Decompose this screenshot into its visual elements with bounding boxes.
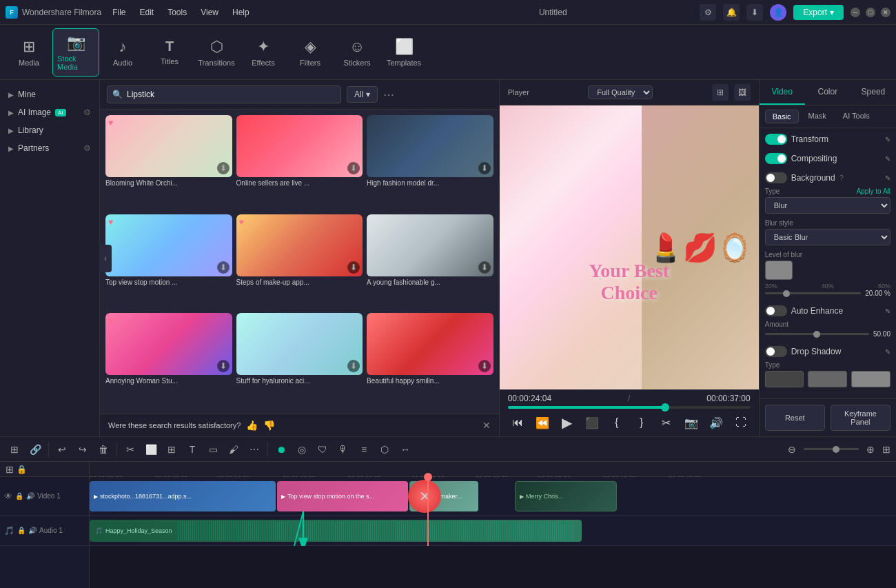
tl-shield-button[interactable]: 🛡 — [314, 440, 332, 458]
media-item-3[interactable]: ⬇ High fashion model dr... — [367, 115, 493, 194]
drop-shadow-toggle[interactable] — [765, 346, 787, 357]
fullscreen-icon[interactable]: ⊞ — [712, 84, 729, 101]
download-icon-8[interactable]: ⬇ — [347, 360, 360, 372]
system-icon-1[interactable]: ⚙ — [700, 4, 716, 21]
system-icon-3[interactable]: ⬇ — [746, 4, 763, 21]
tl-rect-button[interactable]: ▭ — [204, 440, 222, 458]
media-item-2[interactable]: ⬇ Online sellers are live ... — [236, 115, 363, 194]
menu-file[interactable]: File — [112, 8, 125, 17]
background-help-icon[interactable]: ? — [839, 174, 844, 182]
user-avatar[interactable]: 👤 — [770, 4, 786, 21]
shadow-color-3[interactable] — [851, 371, 890, 387]
subtab-basic[interactable]: Basic — [765, 110, 799, 123]
media-item-1[interactable]: ♥ ⬇ Blooming White Orchi... — [105, 115, 232, 194]
tl-text-button[interactable]: T — [183, 440, 201, 458]
toolbar-effects[interactable]: ✦ Effects — [240, 28, 287, 77]
media-item-6[interactable]: ⬇ A young fashionable g... — [367, 214, 493, 294]
lock-icon[interactable]: 🔒 — [17, 465, 27, 474]
tl-zoom-in-button[interactable]: ⊕ — [862, 440, 879, 458]
tab-video[interactable]: Video — [760, 80, 805, 105]
download-icon-4[interactable]: ⬇ — [217, 261, 230, 274]
stop-button[interactable]: ⬛ — [582, 413, 602, 432]
media-item-4[interactable]: ♥ ⬇ Top view stop motion ... — [105, 214, 232, 294]
download-icon-3[interactable]: ⬇ — [478, 162, 491, 174]
download-icon-7[interactable]: ⬇ — [217, 360, 230, 372]
transform-toggle[interactable] — [765, 134, 787, 145]
more-options-button[interactable]: ⋯ — [383, 88, 394, 101]
media-item-7[interactable]: ♥ ⬇ Annoying Woman Stu... — [105, 313, 232, 392]
video-track-audio-icon[interactable]: 🔊 — [26, 492, 34, 500]
subtab-mask[interactable]: Mask — [802, 110, 833, 123]
progress-bar[interactable] — [508, 406, 751, 409]
download-icon-5[interactable]: ⬇ — [347, 261, 360, 274]
video-track-lock-icon[interactable]: 🔒 — [15, 492, 23, 500]
tl-zoom-slider[interactable] — [804, 448, 859, 450]
tl-record-button[interactable]: ⏺ — [272, 440, 290, 458]
tl-grid-button[interactable]: ⊞ — [882, 444, 890, 455]
filter-button[interactable]: All ▾ — [347, 86, 378, 103]
menu-view[interactable]: View — [201, 8, 218, 17]
download-icon-1[interactable]: ⬇ — [217, 162, 230, 174]
video-track-eye-icon[interactable]: 👁 — [4, 491, 12, 501]
blur-style-select[interactable]: Basic Blur — [765, 229, 890, 245]
drop-shadow-edit-icon[interactable]: ✎ — [885, 348, 890, 356]
merry-christmas-clip[interactable]: ▶ Merry Chris... — [515, 481, 617, 511]
tl-more-button-1[interactable]: ⊞ — [163, 440, 181, 458]
subtab-ai-tools[interactable]: AI Tools — [836, 110, 877, 123]
satisfaction-close-button[interactable]: ✕ — [482, 420, 491, 431]
playhead[interactable] — [427, 477, 429, 546]
go-to-start-button[interactable]: ⏮ — [508, 413, 527, 432]
toolbar-stock-media[interactable]: 📷 Stock Media — [52, 28, 99, 77]
audio-track-lock-icon[interactable]: 🔒 — [17, 527, 26, 534]
toolbar-media[interactable]: ⊞ Media — [6, 28, 52, 77]
tl-mic-button[interactable]: 🎙 — [334, 440, 352, 458]
audio-track-volume-icon[interactable]: 🔊 — [28, 527, 37, 534]
tl-split-button[interactable]: ⊞ — [6, 440, 23, 458]
tl-redo-button[interactable]: ↪ — [74, 440, 92, 458]
sidebar-collapse-button[interactable]: ‹ — [99, 245, 112, 272]
export-button[interactable]: Export ▾ — [793, 5, 844, 20]
video-clip-2[interactable]: ▶ Top view stop motion on the s... — [277, 481, 408, 511]
transform-edit-icon[interactable]: ✎ — [885, 136, 890, 143]
close-button[interactable]: ✕ — [881, 8, 890, 17]
media-item-5[interactable]: ♥ ⬇ Steps of make-up app... — [236, 214, 363, 294]
toolbar-templates[interactable]: ⬜ Templates — [380, 28, 427, 77]
thumbs-up-button[interactable]: 👍 — [246, 420, 258, 431]
tab-color[interactable]: Color — [805, 80, 851, 105]
tl-crop-button[interactable]: ⬜ — [142, 440, 160, 458]
menu-help[interactable]: Help — [232, 8, 250, 17]
sidebar-item-ai-image[interactable]: ▶ AI Image AI ⚙ — [0, 103, 99, 121]
snapshot-icon[interactable]: 🖼 — [734, 84, 751, 101]
partners-settings-icon[interactable]: ⚙ — [83, 143, 91, 153]
add-track-icon[interactable]: ⊞ — [6, 464, 14, 475]
maximize-button[interactable]: □ — [866, 8, 875, 17]
tl-undo-button[interactable]: ↩ — [53, 440, 71, 458]
tl-zoom-out-button[interactable]: ⊖ — [783, 440, 801, 458]
play-button[interactable]: ▶ — [558, 413, 577, 432]
shadow-color-1[interactable] — [765, 371, 804, 387]
media-item-8[interactable]: ⬇ Stuff for hyaluronic aci... — [236, 313, 363, 392]
video-clip-1[interactable]: ▶ stockphoto...18816731...adpp.s... — [90, 481, 276, 511]
toolbar-transitions[interactable]: ⬡ Transitions — [193, 28, 240, 77]
keyframe-panel-button[interactable]: Keyframe Panel — [831, 405, 890, 431]
mark-out-button[interactable]: } — [632, 413, 651, 432]
search-input[interactable] — [107, 85, 341, 103]
quality-select[interactable]: Full Quality — [588, 85, 653, 99]
download-icon-9[interactable]: ⬇ — [478, 360, 491, 372]
step-back-button[interactable]: ⏪ — [533, 413, 552, 432]
media-item-9[interactable]: ⬇ Beautiful happy smilin... — [367, 313, 493, 392]
mark-in-button[interactable]: { — [607, 413, 627, 432]
auto-enhance-edit-icon[interactable]: ✎ — [885, 307, 890, 315]
tl-motion-button[interactable]: ◎ — [293, 440, 311, 458]
blur-level-slider[interactable] — [765, 292, 862, 294]
menu-edit[interactable]: Edit — [140, 8, 154, 17]
tl-cut-button[interactable]: ✂ — [121, 440, 139, 458]
background-type-select[interactable]: Blur — [765, 197, 890, 214]
compositing-edit-icon[interactable]: ✎ — [885, 155, 890, 163]
download-icon-6[interactable]: ⬇ — [478, 261, 491, 274]
reset-button[interactable]: Reset — [765, 405, 825, 431]
tl-snap-button[interactable]: 🔗 — [26, 440, 44, 458]
sidebar-item-library[interactable]: ▶ Library — [0, 121, 99, 139]
apply-all-button[interactable]: Apply to All — [857, 187, 890, 195]
tl-more-button-2[interactable]: ⋯ — [245, 440, 263, 458]
